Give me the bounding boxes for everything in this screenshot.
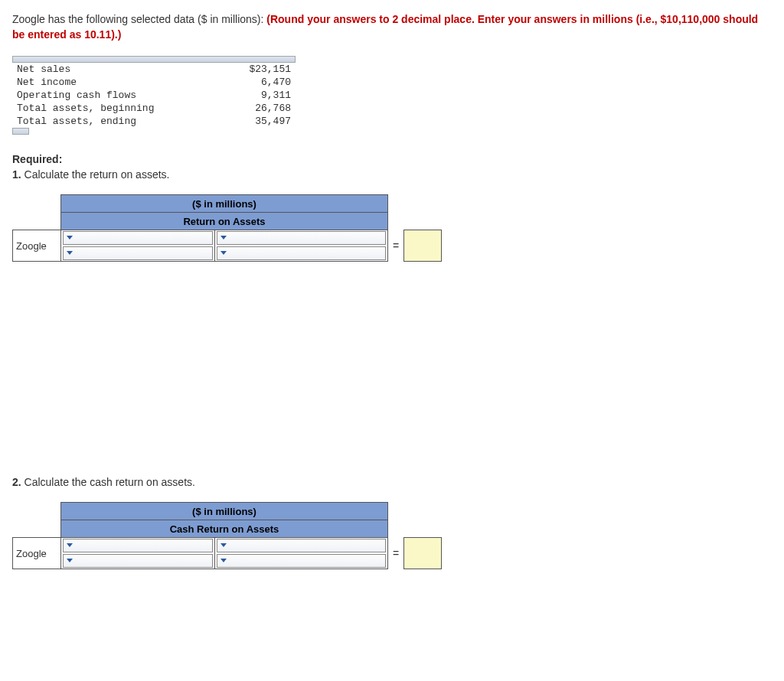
q2-number: 2. <box>12 476 21 488</box>
q1-numerator-dropdown-bottom[interactable] <box>63 246 213 260</box>
q1-numerator-dropdown-top[interactable] <box>63 231 213 245</box>
chevron-down-icon <box>67 559 73 562</box>
q2-text: Calculate the cash return on assets. <box>24 476 195 488</box>
data-label: Total assets, ending <box>12 115 222 128</box>
data-label: Operating cash flows <box>12 89 222 102</box>
data-table-top-band <box>12 56 296 63</box>
q2-denominator-dropdown-top[interactable] <box>217 539 386 552</box>
q1-equals: = <box>388 230 404 262</box>
q2-numerator-dropdown-top[interactable] <box>63 539 213 552</box>
q1-text: Calculate the return on assets. <box>24 168 170 181</box>
chevron-down-icon <box>220 559 227 562</box>
data-value: $23,151 <box>222 63 296 76</box>
data-table-bottom-band <box>12 128 296 135</box>
question-prompt: Zoogle has the following selected data (… <box>12 12 772 42</box>
q1-row-label: Zoogle <box>13 230 61 262</box>
data-label: Total assets, beginning <box>12 102 222 115</box>
q1-prompt: 1. Calculate the return on assets. <box>12 168 772 181</box>
q1-header-top: ($ in millions) <box>61 195 388 213</box>
required-label: Required: <box>12 153 772 165</box>
chevron-down-icon <box>67 251 73 255</box>
q2-denominator-cell[interactable] <box>215 538 388 569</box>
q1-header-sub: Return on Assets <box>61 213 388 230</box>
table-row: Total assets, beginning 26,768 <box>12 102 296 115</box>
data-value: 26,768 <box>222 102 296 115</box>
q1-denominator-dropdown-top[interactable] <box>217 231 386 245</box>
q2-denominator-dropdown-bottom[interactable] <box>217 554 386 568</box>
q1-numerator-cell[interactable] <box>61 230 215 262</box>
q1-result-input[interactable] <box>404 230 442 262</box>
q2-row-label: Zoogle <box>13 538 61 569</box>
q1-denominator-cell[interactable] <box>215 230 388 262</box>
table-row: Net income 6,470 <box>12 76 296 89</box>
chevron-down-icon <box>220 236 227 239</box>
chevron-down-icon <box>67 543 73 547</box>
cash-return-on-assets-table: ($ in millions) Cash Return on Assets Zo… <box>12 502 442 569</box>
q2-header-sub: Cash Return on Assets <box>61 520 388 538</box>
data-value: 35,497 <box>222 115 296 128</box>
chevron-down-icon <box>220 543 227 547</box>
chevron-down-icon <box>67 236 73 239</box>
financial-data-table: Net sales $23,151 Net income 6,470 Opera… <box>12 63 296 128</box>
q1-number: 1. <box>12 168 21 181</box>
question-intro: Zoogle has the following selected data (… <box>12 13 266 25</box>
required-section: Required: 1. Calculate the return on ass… <box>12 153 772 181</box>
table-row: Operating cash flows 9,311 <box>12 89 296 102</box>
q2-numerator-cell[interactable] <box>61 538 215 569</box>
table-row: Net sales $23,151 <box>12 63 296 76</box>
return-on-assets-table: ($ in millions) Return on Assets Zoogle … <box>12 194 442 262</box>
q1-denominator-dropdown-bottom[interactable] <box>217 246 386 260</box>
q2-header-top: ($ in millions) <box>61 503 388 520</box>
q2-equals: = <box>388 538 404 569</box>
q2-result-input[interactable] <box>404 538 442 569</box>
data-label: Net sales <box>12 63 222 76</box>
table-row: Total assets, ending 35,497 <box>12 115 296 128</box>
data-label: Net income <box>12 76 222 89</box>
data-value: 9,311 <box>222 89 296 102</box>
q2-numerator-dropdown-bottom[interactable] <box>63 554 213 568</box>
chevron-down-icon <box>220 251 227 255</box>
data-value: 6,470 <box>222 76 296 89</box>
q2-prompt: 2. Calculate the cash return on assets. <box>12 476 772 488</box>
